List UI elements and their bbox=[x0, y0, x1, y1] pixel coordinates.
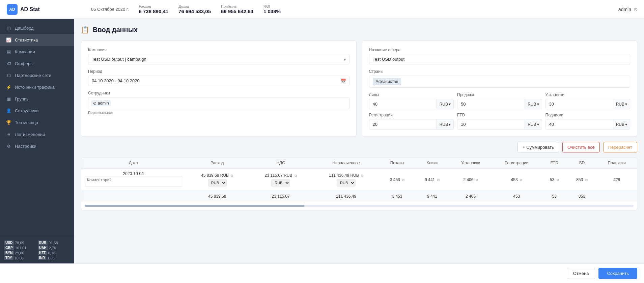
currency-byn: BYN 29,80 bbox=[4, 251, 36, 255]
header-user: admin ⎋ bbox=[618, 6, 637, 12]
subscriptions-input[interactable] bbox=[545, 119, 613, 130]
total-clicks: 9 441 bbox=[415, 191, 449, 201]
currency-code-try: TRY bbox=[4, 256, 13, 260]
shows-copy-icon[interactable]: ⧉ bbox=[402, 178, 404, 182]
subscriptions-currency[interactable]: RUB ▾ bbox=[613, 119, 630, 130]
employees-group: Сотрудники ⊙ admin Персональная bbox=[88, 91, 349, 115]
countries-input[interactable]: Афганистан bbox=[369, 76, 631, 88]
currency-code-kzt: KZT bbox=[38, 251, 47, 255]
leads-input-group: RUB ▾ bbox=[369, 99, 454, 109]
leads-currency[interactable]: RUB ▾ bbox=[437, 99, 454, 109]
cell-sd: 853 ⧉ bbox=[567, 169, 596, 191]
sidebar-item-employees[interactable]: 👤 Сотрудники bbox=[0, 105, 74, 117]
cell-subscriptions: 428 bbox=[596, 169, 637, 191]
comment-input[interactable] bbox=[85, 176, 182, 187]
currency-val-try: 10,06 bbox=[15, 256, 24, 260]
currency-val-byn: 29,80 bbox=[15, 251, 24, 255]
header: AD AD Stat 05 Октября 2020 г. Расход 6 7… bbox=[0, 0, 644, 19]
sidebar-item-offers[interactable]: 🏷 Офферы bbox=[0, 58, 74, 69]
expense-value: 6 738 890,41 bbox=[139, 8, 169, 14]
table-header-row: Дата Расход НДС Неоплаченное Показы Клик… bbox=[81, 158, 637, 169]
metrics-grid: Лиды RUB ▾ Продажи RUB ▾ bbox=[369, 92, 631, 130]
scrollbar-thumb bbox=[85, 205, 304, 207]
ftd-input-group: RUB ▾ bbox=[457, 119, 542, 130]
sd-copy-icon[interactable]: ⧉ bbox=[585, 178, 588, 182]
period-input[interactable] bbox=[88, 76, 349, 86]
header-date: 05 Октября 2020 г. bbox=[91, 7, 129, 12]
currency-gbp: GBP 101,01 bbox=[4, 246, 36, 250]
sidebar-item-label-traffic: Источники трафика bbox=[15, 85, 55, 90]
sales-currency[interactable]: RUB ▾ bbox=[525, 99, 542, 109]
traffic-icon: ⚡ bbox=[6, 85, 11, 90]
ftd-copy-icon[interactable]: ⧉ bbox=[557, 178, 559, 182]
ftd-input[interactable] bbox=[457, 119, 525, 130]
total-ftd: 53 bbox=[541, 191, 567, 201]
offer-input[interactable] bbox=[369, 54, 631, 64]
unpaid-copy-icon[interactable]: ⧉ bbox=[361, 174, 363, 177]
col-subscriptions: Подписки bbox=[596, 158, 637, 169]
cell-unpaid: 111 436,49 RUB ⧉ RUB bbox=[312, 169, 380, 191]
sidebar-item-top-month[interactable]: 🏆 Топ месяца bbox=[0, 117, 74, 129]
expense-copy-icon[interactable]: ⧉ bbox=[231, 174, 233, 177]
sidebar-item-dashboard[interactable]: ◫ Дашборд bbox=[0, 22, 74, 34]
sidebar-item-statistics[interactable]: 📈 Статистика bbox=[0, 34, 74, 46]
currency-uah: UAH 2,76 bbox=[38, 246, 70, 250]
total-empty bbox=[81, 191, 186, 201]
sidebar-item-settings[interactable]: ⚙ Настройки bbox=[0, 140, 74, 152]
col-expense: Расход bbox=[186, 158, 249, 169]
registrations-input[interactable] bbox=[369, 119, 437, 130]
registrations-input-group: RUB ▾ bbox=[369, 119, 454, 130]
roi-value: 1 038% bbox=[263, 8, 281, 14]
countries-group: Страны Афганистан bbox=[369, 69, 631, 88]
cell-clicks: 9 441 ⧉ bbox=[415, 169, 449, 191]
income-value: 76 694 533,05 bbox=[178, 8, 211, 14]
ftd-currency[interactable]: RUB ▾ bbox=[525, 119, 542, 130]
cell-expense: 45 839,68 RUB ⧉ RUB bbox=[186, 169, 249, 191]
campaign-group: Кампания Test USD output | campaign ▾ bbox=[88, 48, 349, 64]
sidebar-nav: ◫ Дашборд 📈 Статистика ▤ Кампании 🏷 Оффе… bbox=[0, 19, 74, 237]
roi-label: ROI bbox=[263, 4, 281, 8]
employees-tag-input[interactable]: ⊙ admin bbox=[88, 97, 349, 109]
date-value: 2020-10-04 bbox=[85, 171, 182, 176]
sidebar-item-traffic-sources[interactable]: ⚡ Источники трафика bbox=[0, 81, 74, 93]
sidebar-item-partner-networks[interactable]: ⬡ Партнерские сети bbox=[0, 69, 74, 81]
registrations-copy-icon[interactable]: ⧉ bbox=[520, 178, 522, 182]
sidebar-item-change-log[interactable]: ≡ Лог изменений bbox=[0, 129, 74, 140]
campaign-select[interactable]: Test USD output | campaign bbox=[88, 54, 349, 64]
sidebar-item-label-networks: Партнерские сети bbox=[15, 73, 51, 78]
leads-input[interactable] bbox=[369, 99, 437, 109]
currency-usd: USD 78,09 bbox=[4, 240, 36, 245]
sidebar-item-campaigns[interactable]: ▤ Кампании bbox=[0, 46, 74, 58]
vat-sub-select[interactable]: RUB bbox=[271, 179, 290, 187]
currency-code-uah: UAH bbox=[38, 246, 48, 250]
sales-input[interactable] bbox=[457, 99, 525, 109]
installs-currency[interactable]: RUB ▾ bbox=[613, 99, 630, 109]
cell-registrations: 453 ⧉ bbox=[492, 169, 542, 191]
save-button[interactable]: Сохранить bbox=[598, 268, 637, 279]
period-date-wrapper: 📅 bbox=[88, 76, 349, 86]
cancel-button[interactable]: Отмена bbox=[567, 268, 595, 279]
unpaid-sub-select[interactable]: RUB bbox=[337, 179, 356, 187]
header-stat-expense: Расход 6 738 890,41 bbox=[139, 4, 169, 14]
clicks-copy-icon[interactable]: ⧉ bbox=[437, 178, 440, 182]
currency-code-usd: USD bbox=[4, 240, 14, 245]
networks-icon: ⬡ bbox=[6, 73, 11, 78]
registrations-label: Регистрации bbox=[369, 113, 454, 117]
recalc-button[interactable]: Перерасчет bbox=[603, 142, 637, 152]
installs-input[interactable] bbox=[545, 99, 613, 109]
sum-button[interactable]: + Суммировать bbox=[517, 142, 559, 152]
sidebar-item-label-top-month: Топ месяца bbox=[15, 120, 38, 125]
col-clicks: Клики bbox=[415, 158, 449, 169]
logout-icon[interactable]: ⎋ bbox=[634, 6, 637, 12]
sidebar-item-groups[interactable]: ▦ Группы bbox=[0, 93, 74, 105]
horizontal-scrollbar[interactable] bbox=[85, 205, 634, 207]
sidebar-item-label-offers: Офферы bbox=[15, 61, 33, 66]
registrations-currency[interactable]: RUB ▾ bbox=[437, 119, 454, 130]
logo: AD AD Stat bbox=[7, 4, 81, 15]
expense-sub-select[interactable]: RUB bbox=[208, 179, 227, 187]
leads-label: Лиды bbox=[369, 92, 454, 97]
installs-copy-icon[interactable]: ⧉ bbox=[476, 178, 478, 182]
form-grid: Кампания Test USD output | campaign ▾ Пе… bbox=[81, 40, 637, 137]
clear-button[interactable]: Очистить все bbox=[562, 142, 600, 152]
vat-copy-icon[interactable]: ⧉ bbox=[295, 174, 297, 177]
